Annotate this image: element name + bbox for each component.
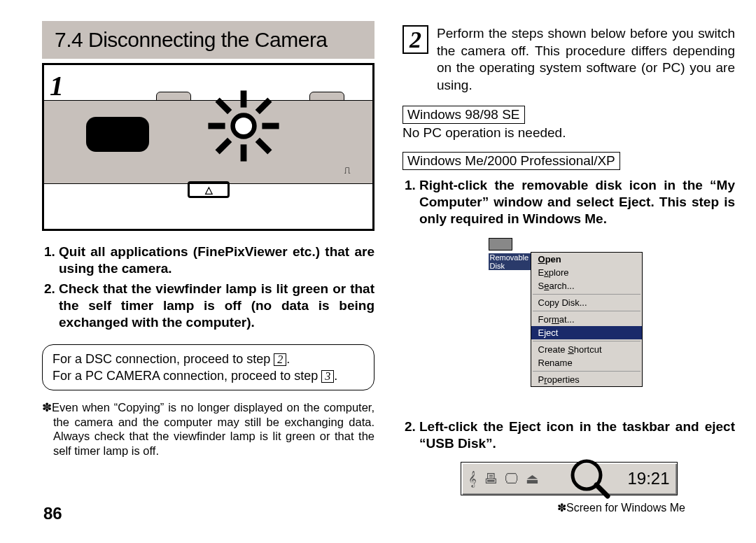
svg-line-7 <box>258 100 270 113</box>
note-line1b: . <box>286 352 290 366</box>
menu-format[interactable]: Format... <box>531 313 642 326</box>
magnifier-icon <box>568 457 610 499</box>
disk-label-1: Removable <box>489 253 531 262</box>
usb-port-icon: ⎍ <box>344 164 365 180</box>
taskbar-clock: 19:21 <box>627 469 669 488</box>
camera-illustration: 1 <box>42 63 374 231</box>
disk-label-2: Disk <box>489 262 531 270</box>
svg-line-8 <box>218 140 230 153</box>
menu-eject[interactable]: Eject <box>531 326 642 339</box>
menu-properties[interactable]: Properties <box>531 373 642 386</box>
svg-line-6 <box>258 140 270 153</box>
right-steps-list: Right-click the removable disk icon in t… <box>402 177 735 228</box>
menu-create-shortcut[interactable]: Create Shortcut <box>531 343 642 356</box>
os-note-win98: No PC operation is needed. <box>402 125 735 141</box>
os-label-winme: Windows Me/2000 Professional/XP <box>402 152 620 170</box>
note-line1a: For a DSC connection, proceed to step <box>52 352 274 366</box>
footnote: ✽Even when “Copying” is no longer displa… <box>42 400 374 458</box>
svg-line-5 <box>218 100 230 113</box>
tray-icon-2: 🖶 <box>484 471 498 487</box>
right-steps-list-2: Left-click the Eject icon in the taskbar… <box>402 418 735 453</box>
section-header: 7.4 Disconnecting the Camera <box>42 21 374 59</box>
step-1-badge: 1 <box>50 69 64 102</box>
menu-copy-disk[interactable]: Copy Disk... <box>531 296 642 309</box>
menu-rename[interactable]: Rename <box>531 356 642 369</box>
menu-search[interactable]: Search... <box>531 279 642 292</box>
context-menu-screenshot: Removable Disk Open Explore Search... Co… <box>489 238 650 406</box>
svg-line-10 <box>596 485 608 496</box>
context-menu: Open Explore Search... Copy Disk... Form… <box>531 252 643 387</box>
svg-point-0 <box>233 115 255 137</box>
screenshot-caption: ✽Screen for Windows Me <box>507 501 735 514</box>
tray-icon-3: 🖵 <box>505 471 519 487</box>
camera-arrow-button: △ <box>188 181 230 198</box>
note-line2a: For a PC CAMERA connection, proceed to s… <box>52 369 321 383</box>
step-2-badge: 2 <box>402 25 428 54</box>
right-step-2: Left-click the Eject icon in the taskbar… <box>419 418 735 453</box>
left-step-2: Check that the viewfinder lamp is lit gr… <box>59 281 374 332</box>
menu-explore[interactable]: Explore <box>531 266 642 279</box>
taskbar-screenshot: 𝄞 🖶 🖵 ⏏ 19:21 <box>461 462 678 495</box>
tray-eject-icon: ⏏ <box>526 470 539 487</box>
removable-disk-icon: Removable Disk <box>489 238 531 270</box>
connection-note-box: For a DSC connection, proceed to step 2.… <box>42 344 374 391</box>
boxed-step-3: 3 <box>321 370 334 383</box>
disk-icon <box>489 238 512 251</box>
camera-lcd <box>86 117 149 152</box>
tray-icon-1: 𝄞 <box>468 471 477 487</box>
lamp-burst-icon <box>205 87 282 164</box>
left-steps-list: Quit all applications (FinePixViewer etc… <box>42 244 374 332</box>
note-line2b: . <box>334 369 337 383</box>
left-step-1: Quit all applications (FinePixViewer etc… <box>59 244 374 278</box>
page-number: 86 <box>43 504 62 523</box>
right-step-1: Right-click the removable disk icon in t… <box>419 177 735 228</box>
step-2-intro: Perform the steps shown below before you… <box>437 25 735 94</box>
boxed-step-2: 2 <box>274 353 286 366</box>
menu-open[interactable]: Open <box>531 253 642 266</box>
os-label-win98: Windows 98/98 SE <box>402 106 525 124</box>
